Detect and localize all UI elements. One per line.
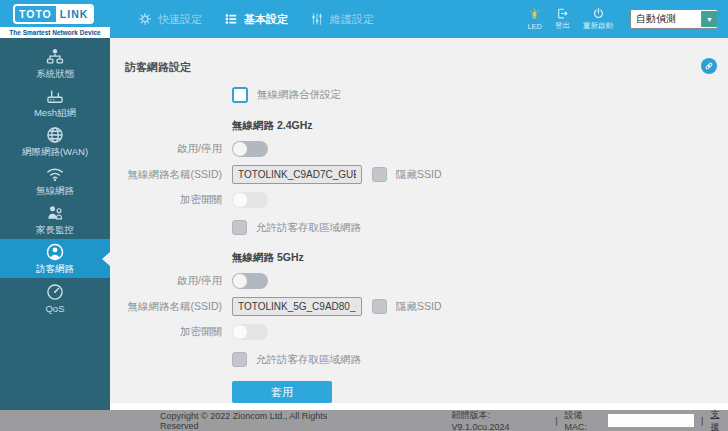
led-icon xyxy=(528,8,541,21)
logo-toto-text: TOTO xyxy=(15,6,56,22)
top-nav: 快速設定 基本設定 xyxy=(138,12,374,27)
nav-basic-setup[interactable]: 基本設定 xyxy=(224,12,288,27)
merge-setting-row: 無線網路合併設定 xyxy=(232,87,728,103)
reboot-button[interactable]: 重新啟動 xyxy=(583,7,613,31)
nav-label: 快速設定 xyxy=(158,12,202,27)
apply-button[interactable]: 套用 xyxy=(232,381,332,403)
toggle-knob xyxy=(233,274,247,288)
globe-icon xyxy=(45,125,65,145)
encryption-toggle-5g[interactable] xyxy=(232,324,268,340)
enable-label: 啟用/停用 xyxy=(110,142,222,156)
top-header-bar: TOTO LINK The Smartest Network Device 快速… xyxy=(0,0,728,38)
logout-icon xyxy=(556,7,569,20)
language-select-value: 自動偵測 xyxy=(631,12,701,26)
sidebar: 系統狀態 Mesh組網 網際網路(WAN) xyxy=(0,38,110,410)
action-label: 登出 xyxy=(555,21,570,31)
enable-row-5g: 啟用/停用 xyxy=(110,273,728,289)
power-icon xyxy=(592,7,605,20)
sliders-icon xyxy=(310,12,324,26)
led-toggle-button[interactable]: LED xyxy=(527,8,542,31)
action-label: LED xyxy=(527,22,542,31)
allow-lan-label: 允許訪客存取區域網路 xyxy=(256,353,361,367)
ssid-label: 無線網路名稱(SSID) xyxy=(110,300,222,314)
help-button[interactable] xyxy=(701,58,717,74)
enable-toggle-5g[interactable] xyxy=(232,273,268,289)
hide-ssid-label: 隱藏SSID xyxy=(396,168,442,182)
nav-quick-setup[interactable]: 快速設定 xyxy=(138,12,202,27)
gauge-icon xyxy=(45,282,65,302)
hide-ssid-checkbox-5g[interactable] xyxy=(372,299,387,314)
toggle-knob xyxy=(233,142,247,156)
enable-label: 啟用/停用 xyxy=(110,274,222,288)
sidebar-item-label: 網際網路(WAN) xyxy=(22,146,88,159)
encryption-row-2g: 加密開關 xyxy=(110,192,728,208)
sidebar-item-wan[interactable]: 網際網路(WAN) xyxy=(0,122,110,161)
firmware-version: 韌體版本: V9.1.0cu.2024 xyxy=(451,409,548,431)
encryption-toggle-2g[interactable] xyxy=(232,192,268,208)
sidebar-item-system-status[interactable]: 系統狀態 xyxy=(0,44,110,83)
allow-lan-row-2g: 允許訪客存取區域網路 xyxy=(232,220,728,235)
logo-link-text: LINK xyxy=(56,6,93,22)
sidebar-item-label: 家長監控 xyxy=(36,224,74,237)
logo-tagline: The Smartest Network Device xyxy=(0,27,110,38)
encryption-label: 加密開關 xyxy=(110,193,222,207)
merge-checkbox-label: 無線網路合併設定 xyxy=(257,88,341,102)
guest-network-icon xyxy=(45,242,65,262)
sidebar-item-label: 無線網路 xyxy=(36,185,74,198)
toggle-knob xyxy=(233,325,247,339)
sidebar-item-label: Mesh組網 xyxy=(34,107,76,120)
section-heading-5g: 無線網路 5GHz xyxy=(232,251,728,265)
link-icon xyxy=(704,61,714,71)
totolink-admin-page: TOTO LINK The Smartest Network Device 快速… xyxy=(0,0,728,431)
ssid-row-2g: 無線網路名稱(SSID) 隱藏SSID xyxy=(110,165,728,184)
header-actions: LED 登出 重新啟動 xyxy=(527,7,728,31)
sidebar-item-parental[interactable]: 家長監控 xyxy=(0,200,110,239)
copyright-text: Copyright © 2022 Zioncom Ltd., All Right… xyxy=(160,411,363,431)
encryption-label: 加密開關 xyxy=(110,325,222,339)
chevron-down-icon: ▼ xyxy=(701,11,717,27)
section-heading-2g: 無線網路 2.4GHz xyxy=(232,119,728,133)
wifi-icon xyxy=(45,164,65,184)
ssid-input-2g[interactable] xyxy=(232,165,362,184)
logout-button[interactable]: 登出 xyxy=(555,7,570,31)
totolink-logo: TOTO LINK The Smartest Network Device xyxy=(0,0,110,38)
language-select[interactable]: 自動偵測 ▼ xyxy=(630,9,718,29)
sidebar-item-qos[interactable]: QoS xyxy=(0,278,110,317)
footer-bar: Copyright © 2022 Zioncom Ltd., All Right… xyxy=(0,410,728,431)
sidebar-item-guest-network[interactable]: 訪客網路 xyxy=(0,239,110,278)
allow-lan-checkbox-5g[interactable] xyxy=(232,352,247,367)
mesh-router-icon xyxy=(45,86,65,106)
encryption-row-5g: 加密開關 xyxy=(110,324,728,340)
sidebar-item-label: 系統狀態 xyxy=(36,68,74,81)
ssid-row-5g: 無線網路名稱(SSID) 隱藏SSID xyxy=(110,297,728,316)
parental-control-icon xyxy=(45,203,65,223)
separator: | xyxy=(555,416,557,426)
merge-checkbox[interactable] xyxy=(232,87,248,103)
mac-label: 設備MAC: xyxy=(565,409,605,431)
ssid-input-5g[interactable] xyxy=(232,297,362,316)
sidebar-item-wireless[interactable]: 無線網路 xyxy=(0,161,110,200)
support-link[interactable]: 支援 xyxy=(710,408,728,431)
nav-advanced-setup[interactable]: 維護設定 xyxy=(310,12,374,27)
sidebar-item-label: QoS xyxy=(45,303,64,314)
nav-label: 基本設定 xyxy=(244,12,288,27)
sidebar-item-mesh[interactable]: Mesh組網 xyxy=(0,83,110,122)
page-title: 訪客網路設定 xyxy=(110,38,728,75)
separator: | xyxy=(701,416,703,426)
mac-address-box xyxy=(608,414,694,427)
sidebar-item-label: 訪客網路 xyxy=(36,263,74,276)
allow-lan-checkbox-2g[interactable] xyxy=(232,220,247,235)
action-label: 重新啟動 xyxy=(583,21,613,31)
enable-toggle-2g[interactable] xyxy=(232,141,268,157)
nav-label: 維護設定 xyxy=(330,12,374,27)
allow-lan-row-5g: 允許訪客存取區域網路 xyxy=(232,352,728,367)
main-content: 訪客網路設定 無線網路合併設定 無線網路 2.4GHz 啟用/停用 xyxy=(110,38,728,410)
hide-ssid-label: 隱藏SSID xyxy=(396,300,442,314)
list-icon xyxy=(224,12,238,26)
gear-icon xyxy=(138,12,152,26)
toggle-knob xyxy=(233,193,247,207)
allow-lan-label: 允許訪客存取區域網路 xyxy=(256,221,361,235)
hide-ssid-checkbox-2g[interactable] xyxy=(372,167,387,182)
ssid-label: 無線網路名稱(SSID) xyxy=(110,168,222,182)
enable-row-2g: 啟用/停用 xyxy=(110,141,728,157)
